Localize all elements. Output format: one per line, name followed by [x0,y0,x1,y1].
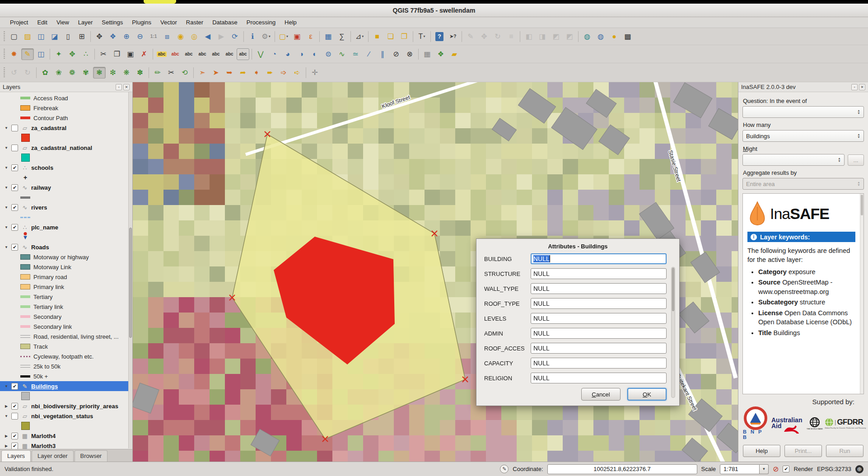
panel-float-icon[interactable]: ▫ [116,84,122,90]
help-contents-icon[interactable]: ? [433,31,446,42]
cancel-button[interactable]: Cancel [581,388,621,401]
simplify-feature-icon[interactable]: ⋁ [254,48,267,60]
run-feature-action-icon[interactable]: ⚙▾ [260,31,272,42]
identify-features-icon[interactable]: ℹ [246,31,259,42]
topology-tool-3-icon[interactable]: ❁ [66,67,79,79]
expander-icon[interactable]: ▶ [4,434,9,438]
expander-icon[interactable]: ▼ [4,205,9,210]
save-project-as-icon[interactable]: ◪ [48,31,61,42]
visibility-checkbox[interactable]: ✔ [11,224,18,231]
label-abc-1-icon[interactable]: abc [155,48,168,60]
dialog-scrollbar[interactable] [671,267,675,398]
visibility-checkbox[interactable] [11,413,18,420]
offset-curve-icon[interactable]: ≃ [349,48,362,60]
zoom-to-layer-icon[interactable]: ◎ [188,31,201,42]
legend-item[interactable] [0,421,132,431]
crosshair-tool-icon[interactable]: ✛ [308,67,321,79]
render-checkbox[interactable]: ✔ [783,466,789,472]
layer-item-schools[interactable]: ▼✔∴schools [0,163,132,173]
function-select[interactable]: ▲▼ [742,154,845,166]
panel-float-icon[interactable]: ▫ [851,84,858,90]
vertex-marker-tool-icon[interactable]: ✏ [151,67,164,79]
layer-item-nbi-vegetation-status[interactable]: ▼▱nbi_vegetation_status [0,411,132,421]
menu-raster[interactable]: Raster [182,18,208,27]
refresh-map-icon[interactable]: ⟳ [229,31,241,42]
add-part-icon[interactable]: ◕ [281,48,294,60]
node-tool-icon[interactable]: ∴ [79,48,92,60]
plugin-installer-icon[interactable]: ▩ [621,31,634,42]
layer-item-railway[interactable]: ▼✔∿railway [0,182,132,192]
digitize-tool-7-icon[interactable]: ➩ [277,67,290,79]
expander-icon[interactable]: ▼ [4,225,9,229]
scrollbar-thumb[interactable] [672,268,674,311]
scissors-tool-icon[interactable]: ✂ [165,67,177,79]
visibility-checkbox[interactable]: ✔ [11,443,18,449]
pan-map-icon[interactable]: ✥ [93,31,106,42]
topology-tool-7-icon[interactable]: ❋ [120,67,133,79]
topology-tool-4-icon[interactable]: ✾ [79,67,92,79]
digitize-tool-4-icon[interactable]: ➦ [237,67,249,79]
expander-icon[interactable]: ▼ [4,245,9,249]
toolbar-handle[interactable] [3,67,6,78]
label-abc-7-icon[interactable]: abc [237,48,249,60]
help-button[interactable]: Help [743,445,780,457]
panel-close-icon[interactable]: ✕ [123,84,130,90]
label-abc-3-icon[interactable]: abc [182,48,195,60]
move-feature-icon[interactable]: ✥ [66,48,79,60]
legend-item[interactable] [0,391,132,401]
layer-item-nbi-biodiversity-priority-areas[interactable]: ▶✔▱nbi_biodiversity_priority_areas [0,401,132,411]
legend-item-motorway-link[interactable]: Motorway Link [0,262,132,272]
zoom-in-icon[interactable]: ⊕ [120,31,133,42]
scale-combo[interactable]: 1:781 ▼ [720,464,769,474]
save-edits-icon[interactable]: ◫ [35,48,47,60]
legend-item[interactable]: + [0,173,132,182]
capacity-input[interactable]: NULL [531,358,667,369]
ok-button[interactable]: OK [627,388,667,401]
deselect-features-icon[interactable]: ▣ [291,31,303,42]
label-abc-6-icon[interactable]: abc [223,48,236,60]
legend-item-secondary-link[interactable]: Secondary link [0,322,132,331]
expander-icon[interactable]: ▼ [4,146,9,150]
religion-input[interactable]: NULL [531,373,667,383]
layer-item-plc-name[interactable]: ▼✔∴plc_name [0,222,132,232]
legend-item-primary-link[interactable]: Primary link [0,282,132,292]
legend-item-tertiary[interactable]: Tertiary [0,292,132,302]
hazard-select[interactable]: ▲▼ [742,106,864,118]
layers-panel-scrollbar[interactable] [128,92,132,448]
new-project-icon[interactable]: ▢ [8,31,20,42]
layer-item-rivers[interactable]: ▼✔∿rivers [0,202,132,212]
legend-item-motorway-or-highway[interactable]: Motorway or highway [0,252,132,262]
scrollbar-thumb[interactable] [129,228,132,338]
structure-input[interactable]: NULL [531,268,667,279]
legend-item-cycleway-footpath-etc[interactable]: Cycleway, footpath etc. [0,351,132,361]
zoom-last-icon[interactable]: ◀ [201,31,214,42]
merge-features-icon[interactable]: ⊘ [390,48,402,60]
statistical-summary-icon[interactable]: ∑ [336,31,348,42]
expander-icon[interactable]: ▼ [4,384,9,388]
layer-item-marloth4[interactable]: ▶✔▦Marloth4 [0,431,132,441]
menu-layer[interactable]: Layer [74,18,98,27]
layer-item-za-cadastral[interactable]: ▼▱za_cadastral [0,123,132,133]
osm-plugin-icon[interactable]: ● [608,31,621,42]
visibility-checkbox[interactable]: ✔ [11,383,18,390]
visibility-checkbox[interactable]: ✔ [11,184,18,191]
topology-tool-5-icon[interactable]: ❃ [93,67,106,79]
report-scrollbar[interactable] [860,194,863,394]
visibility-checkbox[interactable]: ✔ [11,433,18,439]
roof-type-input[interactable]: NULL [531,298,667,309]
expander-icon[interactable]: ▼ [4,186,9,190]
layer-item-roads[interactable]: ▼✔∿Roads [0,242,132,252]
zoom-full-icon[interactable]: ⧈ [161,31,173,42]
topology-tool-1-icon[interactable]: ✿ [39,67,51,79]
toggle-editing-icon[interactable]: ✎ [21,48,34,60]
toolbar-handle[interactable] [3,49,6,60]
expander-icon[interactable]: ▼ [4,126,9,130]
menu-database[interactable]: Database [208,18,242,27]
roof-acces-input[interactable]: NULL [531,343,667,354]
legend-item[interactable] [0,212,132,222]
digitize-tool-2-icon[interactable]: ➤ [210,67,222,79]
visibility-checkbox[interactable] [11,125,18,131]
show-bookmarks-icon[interactable]: ❐ [398,31,411,42]
select-features-icon[interactable]: ▢▾ [277,31,290,42]
visibility-checkbox[interactable] [11,145,18,151]
